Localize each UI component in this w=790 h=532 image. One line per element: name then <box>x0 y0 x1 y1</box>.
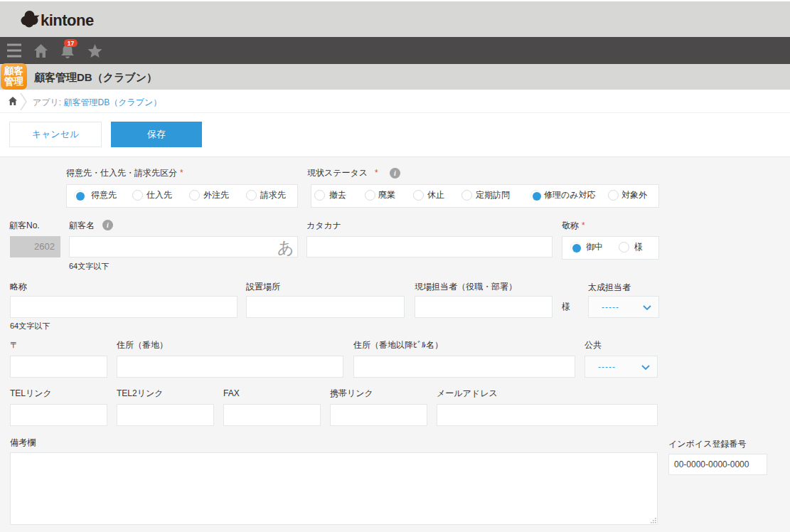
svg-text:kintone: kintone <box>41 11 94 29</box>
